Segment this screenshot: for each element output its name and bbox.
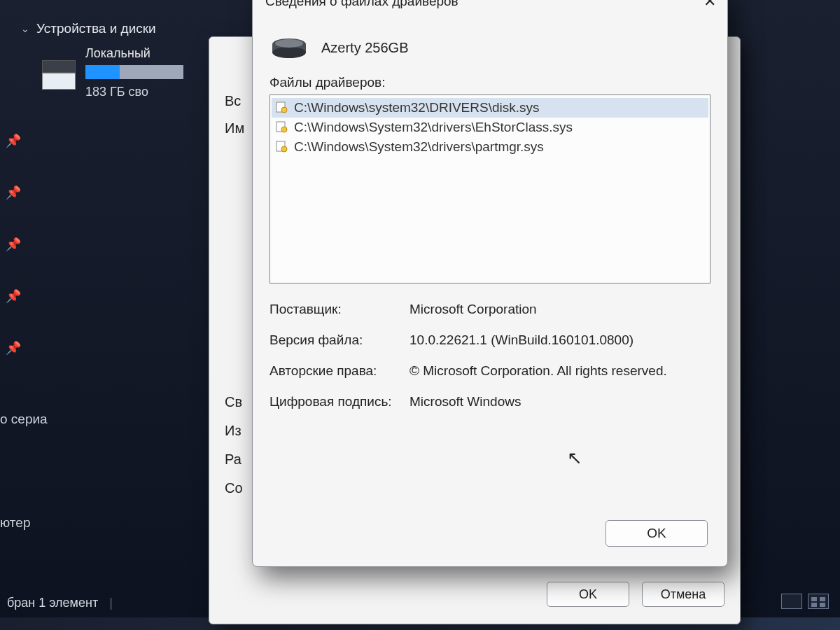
cancel-button[interactable]: Отмена	[642, 582, 724, 607]
svg-point-2	[272, 47, 306, 58]
ok-button[interactable]: OK	[547, 582, 629, 607]
pin-icon: 📌	[6, 133, 21, 148]
dialog-title: Сведения о файлах драйверов	[265, 0, 458, 9]
driver-files-label: Файлы драйверов:	[253, 65, 727, 94]
digital-signature-value: Microsoft Windows	[410, 394, 710, 410]
disk-drive-icon	[270, 36, 309, 59]
view-list-icon[interactable]	[781, 594, 802, 609]
pin-icon: 📌	[6, 288, 21, 304]
digital-signature-label: Цифровая подпись:	[270, 394, 410, 410]
svg-point-7	[281, 127, 287, 132]
text-fragment: ютер	[0, 515, 30, 531]
file-version-label: Версия файла:	[270, 332, 410, 348]
ok-button[interactable]: OK	[606, 520, 708, 547]
text-fragment: о сериа	[0, 412, 48, 427]
provider-label: Поставщик:	[270, 302, 410, 317]
file-path: C:\Windows\System32\drivers\partmgr.sys	[294, 139, 544, 155]
status-text: бран 1 элемент	[7, 596, 98, 610]
list-item[interactable]: C:\Windows\System32\drivers\EhStorClass.…	[272, 118, 708, 137]
file-path: C:\Windows\system32\DRIVERS\disk.sys	[294, 100, 540, 115]
label-fragment: Ра	[225, 451, 243, 468]
pin-icon: 📌	[6, 340, 21, 356]
label-fragment: Вс	[225, 93, 244, 109]
device-name: Azerty 256GB	[321, 40, 409, 56]
pin-icon: 📌	[6, 237, 21, 252]
close-icon[interactable]: ✕	[704, 0, 716, 10]
label-fragment: Им	[225, 120, 244, 136]
drive-item[interactable]: Локальный 183 ГБ сво	[42, 46, 231, 99]
file-version-value: 10.0.22621.1 (WinBuild.160101.0800)	[410, 332, 710, 348]
cursor-icon: ↖	[567, 447, 582, 469]
driver-files-list[interactable]: C:\Windows\system32\DRIVERS\disk.sys C:\…	[270, 94, 710, 284]
svg-point-3	[275, 39, 303, 48]
driver-files-dialog: Сведения о файлах драйверов ✕ Azerty 256…	[252, 0, 728, 567]
certificate-icon	[276, 102, 288, 114]
list-item[interactable]: C:\Windows\System32\drivers\partmgr.sys	[272, 137, 708, 157]
chevron-down-icon: ⌄	[21, 23, 29, 34]
list-item[interactable]: C:\Windows\system32\DRIVERS\disk.sys	[272, 98, 708, 118]
certificate-icon	[276, 121, 288, 134]
svg-point-9	[281, 146, 287, 152]
devices-heading[interactable]: ⌄ Устройства и диски	[21, 21, 231, 36]
label-fragment: Из	[225, 423, 243, 439]
pin-icon: 📌	[6, 185, 21, 200]
copyright-label: Авторские права:	[270, 363, 410, 379]
copyright-value: © Microsoft Corporation. All rights rese…	[410, 363, 710, 379]
drive-free-space: 183 ГБ сво	[85, 85, 183, 99]
label-fragment: Со	[225, 480, 243, 496]
label-fragment: Св	[225, 394, 243, 410]
provider-value: Microsoft Corporation	[410, 302, 710, 317]
file-path: C:\Windows\System32\drivers\EhStorClass.…	[294, 120, 573, 135]
devices-heading-label: Устройства и диски	[36, 21, 156, 36]
svg-point-5	[281, 107, 287, 113]
view-grid-icon[interactable]	[808, 594, 829, 609]
drive-usage-bar	[85, 65, 183, 79]
drive-icon	[42, 56, 76, 90]
certificate-icon	[276, 141, 288, 153]
drive-name: Локальный	[85, 46, 183, 61]
